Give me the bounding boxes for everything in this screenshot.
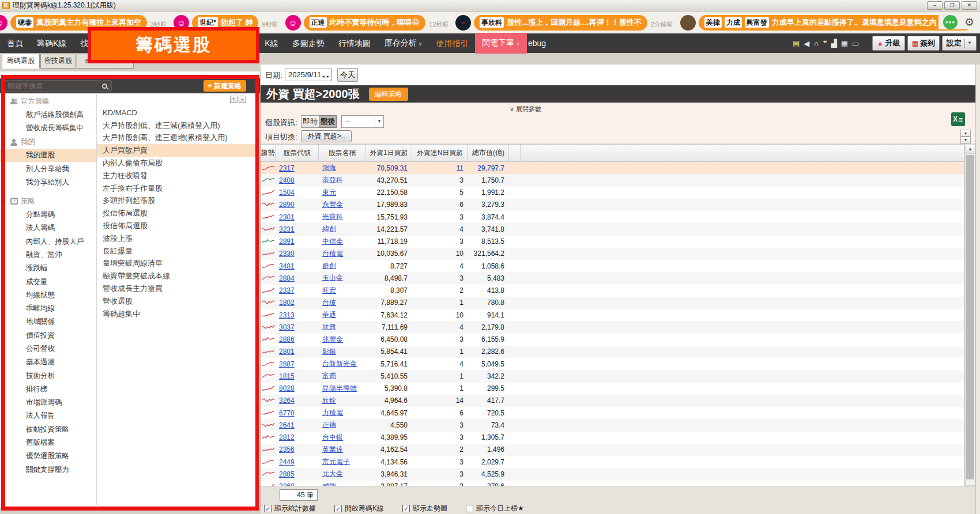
checkbox-icon[interactable]: ✓	[264, 505, 272, 512]
table-row[interactable]: 2330台積電10,035.6710321,564.2	[261, 248, 964, 260]
item-switch-button[interactable]: 外資 買超>..	[301, 130, 352, 142]
table-row[interactable]: 3260威剛3,887.173379.6	[261, 481, 964, 486]
table-row[interactable]: 3481群創8,72741,058.6	[261, 260, 964, 272]
date-input[interactable]: 2025/9/11 ◂ ▸	[285, 69, 332, 81]
tree-item-法人籌碼[interactable]: 法人籌碼	[0, 221, 96, 235]
strategy-item[interactable]: 營收選股	[97, 295, 259, 308]
scrollbar-thumb[interactable]	[966, 155, 974, 479]
collapse-triangle-icon[interactable]: ▾	[3, 198, 6, 204]
checkbox-顯示走勢圖[interactable]: ✓顯示走勢圖	[402, 504, 447, 513]
window-scrollbar[interactable]	[975, 65, 980, 514]
table-row[interactable]: 1802台玻7,889.271780.8	[261, 297, 964, 309]
strategy-item[interactable]: 投信佈局選股	[97, 207, 259, 220]
tree-item-均線狀態[interactable]: 均線狀態	[0, 289, 96, 302]
strategy-item[interactable]: 長紅爆量	[97, 245, 259, 258]
stock-name-link[interactable]: 元大金	[322, 469, 343, 479]
stock-code-link[interactable]: 2885	[279, 470, 295, 478]
close-button[interactable]: ✕	[962, 1, 977, 10]
tree-item-乖離均線[interactable]: 乖離均線	[0, 302, 96, 315]
stock-name-link[interactable]: 英業達	[322, 445, 343, 455]
stock-name-link[interactable]: 南亞科	[322, 175, 343, 185]
簽到-button[interactable]: ▦簽到	[907, 36, 940, 51]
scrollbar-up-icon[interactable]: ▲	[966, 145, 975, 154]
tree-item-被動投資策略[interactable]: 被動投資策略	[0, 423, 96, 436]
table-row[interactable]: 2641正德4,550373.4	[261, 419, 964, 431]
stock-code-link[interactable]: 2801	[279, 347, 295, 356]
stock-name-link[interactable]: 群創	[322, 261, 336, 271]
stock-code-link[interactable]: 2890	[279, 201, 295, 209]
tree-item-別人分享給我[interactable]: 別人分享給我	[0, 162, 96, 175]
realtime-toggle[interactable]: 即時	[301, 115, 319, 128]
stock-code-link[interactable]: 2887	[279, 360, 295, 368]
table-row[interactable]: 2812台中銀4,389.9531,305.7	[261, 432, 964, 444]
form-icon[interactable]: ▦	[841, 39, 848, 48]
tree-item-價值投資[interactable]: 價值投資	[0, 329, 96, 342]
table-row[interactable]: 3264欣銓4,964.614417.7	[261, 395, 964, 407]
chat-bubble-icon[interactable]: ●●●	[943, 15, 958, 29]
stock-code-link[interactable]: 2812	[279, 433, 295, 441]
collapse-triangle-icon[interactable]: ▾	[3, 139, 6, 145]
chat-message[interactable]: 正達此時不賣等待何時，嘻嘻😁	[304, 15, 426, 31]
chart-icon[interactable]: ▟	[831, 39, 837, 48]
tree-item-法人報告[interactable]: 法人報告	[0, 409, 96, 422]
stock-code-link[interactable]: 2337	[279, 286, 295, 294]
stock-name-link[interactable]: 東元	[322, 188, 336, 198]
tree-item-融資、當沖[interactable]: 融資、當沖	[0, 248, 96, 262]
nav-item-庫存分析[interactable]: 庫存分析∨	[378, 33, 429, 54]
tab-chip-stock-picking[interactable]: 籌碼選股	[2, 53, 40, 69]
stock-code-link[interactable]: 1815	[279, 372, 295, 380]
stock-name-link[interactable]: 力積電	[322, 408, 343, 418]
stock-name-link[interactable]: 昇陽半導體	[322, 384, 357, 394]
tree-item-分點籌碼[interactable]: 分點籌碼	[0, 208, 96, 221]
stock-name-link[interactable]: 京元電子	[322, 457, 350, 467]
table-row[interactable]: 2801彰銀5,854.4112,282.6	[261, 346, 964, 358]
nav-item-首頁[interactable]: 首頁	[0, 33, 30, 53]
search-input[interactable]: 關鍵字搜尋	[5, 80, 112, 92]
tree-item-我分享給別人[interactable]: 我分享給別人	[0, 176, 96, 189]
restore-button[interactable]: ❐	[944, 1, 960, 10]
stock-code-link[interactable]: 2301	[279, 213, 295, 221]
table-row[interactable]: 3231緯創14,221.5743,741.8	[261, 223, 964, 235]
stock-code-link[interactable]: 6770	[279, 409, 295, 417]
stock-name-link[interactable]: 中信金	[322, 237, 343, 247]
tree-item-地域關係[interactable]: 地域關係	[0, 315, 96, 328]
table-row[interactable]: 1504東元22,150.5851,991.2	[261, 187, 964, 199]
table-row[interactable]: 2408南亞科43,270.5131,750.7	[261, 174, 964, 186]
column-header-外資連N日買超[interactable]: 外資連N日買超	[412, 145, 468, 161]
tab-secret-picking[interactable]: 密技選股	[40, 53, 76, 69]
nav-item-K線[interactable]: K線	[258, 33, 285, 53]
table-row[interactable]: 8028昇陽半導體5,390.81299.5	[261, 383, 964, 395]
stock-name-link[interactable]: 兆豐金	[322, 335, 343, 345]
checkbox-顯示今日上榜★[interactable]: 顯示今日上榜★	[466, 504, 524, 513]
stock-name-link[interactable]: 台新新光金	[322, 359, 357, 369]
table-row[interactable]: 2891中信金11,718.1938,513.5	[261, 236, 964, 248]
chat-message[interactable]: 事欣科股性...漲上，回測月線....再彈！！股性不	[474, 15, 647, 31]
table-row[interactable]: 2449京元電子4,134.5632,029.7	[261, 456, 964, 468]
stock-name-link[interactable]: 玉山金	[322, 273, 343, 283]
strategy-item[interactable]: 左手換右手作量股	[97, 182, 259, 195]
stock-name-link[interactable]: 正德	[322, 420, 336, 430]
checkbox-icon[interactable]: ✓	[402, 505, 410, 512]
column-header-趨勢[interactable]: 趨勢	[261, 145, 276, 161]
afterhours-toggle[interactable]: 盤後	[319, 115, 337, 128]
strategy-item[interactable]: 大戶持股創高、連三週增(累積登入用)	[97, 132, 259, 145]
stock-name-link[interactable]: 威剛	[322, 482, 336, 486]
stock-code-link[interactable]: 3481	[279, 262, 295, 270]
strategy-item[interactable]: 投信佈局選股	[97, 220, 259, 232]
annotation-nav-highlight[interactable]: 籌碼選股	[88, 27, 259, 63]
tree-group-我的[interactable]: ▾我的	[0, 135, 96, 149]
stock-code-link[interactable]: 2641	[279, 421, 295, 429]
table-scrollbar[interactable]: ▲	[965, 144, 975, 486]
stock-code-link[interactable]: 8028	[279, 384, 295, 392]
stock-code-link[interactable]: 2891	[279, 237, 295, 245]
minimize-button[interactable]: –	[927, 1, 943, 10]
strategy-item[interactable]: 內部人偷偷布局股	[97, 157, 259, 169]
table-row[interactable]: 1815富喬5,410.551342.2	[261, 370, 964, 382]
date-spinner-arrows[interactable]: ◂ ▸	[322, 71, 330, 82]
stock-name-link[interactable]: 欣銓	[322, 396, 336, 406]
info-dropdown[interactable]: -- ▼	[341, 115, 384, 128]
tree-item-散戶活絡股價創高[interactable]: 散戶活絡股價創高	[0, 108, 96, 122]
tree-item-市場派籌碼[interactable]: 市場派籌碼	[0, 396, 96, 409]
stock-name-link[interactable]: 鴻海	[322, 163, 336, 173]
stock-code-link[interactable]: 2313	[279, 311, 295, 319]
